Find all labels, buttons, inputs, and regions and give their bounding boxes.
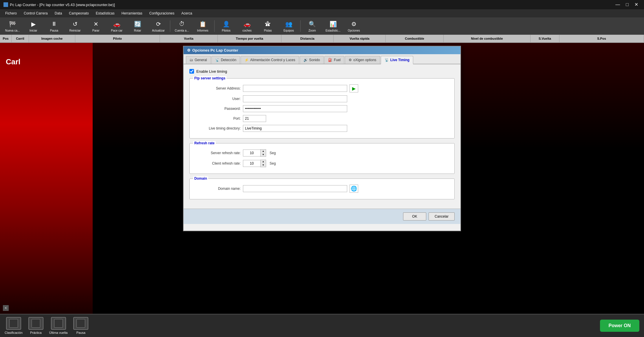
menu-acerca[interactable]: Acerca (178, 10, 195, 17)
domain-section: Domain Domain name: 🌐 (189, 178, 455, 199)
toolbar-cuenta-a-label: Cuenta a... (175, 29, 189, 32)
password-input[interactable] (243, 105, 347, 112)
tab-alimentacion[interactable]: ⚡ Alimentación Control y Luces (241, 56, 299, 64)
ftp-section: Ftp server settings Server Address: ▶ Us… (189, 78, 455, 139)
main-area: Carl < ⚙ Opciones Pc Lap Counter 🗂 Gener… (0, 43, 644, 314)
clasificacion-label: Clasificación (5, 331, 23, 334)
server-refresh-input[interactable] (243, 150, 260, 156)
sonido-icon: 🔊 (303, 58, 308, 62)
domain-section-inner: Domain name: 🌐 (194, 185, 450, 193)
practica-button[interactable] (28, 317, 43, 330)
menu-herramientas[interactable]: Herramientas (119, 10, 145, 17)
tab-bar: 🗂 General 📡 Detección ⚡ Alimentación Con… (184, 54, 460, 64)
pausa-bottom-button[interactable] (73, 317, 88, 330)
toolbar-opciones[interactable]: ⚙ Opciones (344, 19, 364, 34)
menu-data[interactable]: Data (52, 10, 65, 17)
toolbar-zoom[interactable]: 🔍 Zoom (302, 19, 322, 34)
server-address-go-button[interactable]: ▶ (350, 84, 358, 92)
toolbar-reiniciar-label: Reiniciar (69, 29, 81, 32)
toolbar-cuenta-a[interactable]: ⏱ Cuenta a... (172, 19, 192, 34)
enable-live-timing-label[interactable]: Enable Live timing (196, 69, 227, 74)
server-refresh-down[interactable]: ▼ (261, 153, 266, 156)
refresh-section-inner: Server refresh rate: ▲ ▼ Seg (194, 149, 450, 167)
toolbar-estadistic-label: Estadístic... (325, 29, 341, 32)
toolbar-actualizar[interactable]: ⟳ Actualizar (148, 19, 169, 34)
tab-oxigen[interactable]: ⚙ oXigen options (345, 56, 380, 64)
port-input[interactable] (243, 115, 266, 122)
toolbar-informes-label: Informes (197, 29, 208, 32)
options-dialog: ⚙ Opciones Pc Lap Counter 🗂 General 📡 De… (183, 46, 461, 231)
toolbar-coches[interactable]: 🚗 coches (237, 19, 257, 34)
domain-ie-button[interactable]: 🌐 (350, 185, 358, 193)
ultima-vuelta-button[interactable] (51, 317, 66, 330)
domain-name-input[interactable] (243, 185, 347, 192)
cancel-button[interactable]: Cancelar (429, 212, 455, 221)
toolbar-iniciar[interactable]: ▶ Iniciar (23, 19, 43, 34)
client-refresh-up[interactable]: ▲ (261, 160, 266, 163)
user-label: User: (194, 97, 241, 101)
tab-fuel[interactable]: ⛽ Fuel (324, 56, 344, 64)
toolbar-pilotos-label: Pilotos (222, 29, 230, 32)
server-refresh-label: Server refresh rate: (194, 151, 241, 155)
tab-general[interactable]: 🗂 General (186, 56, 211, 64)
ultima-vuelta-label: Última vuelta (49, 331, 68, 334)
col-carril: Carril (12, 35, 29, 42)
ftp-section-title: Ftp server settings (193, 76, 226, 80)
toolbar-equipos[interactable]: 👥 Equipos (279, 19, 299, 34)
port-label: Port: (194, 116, 241, 121)
enable-live-timing-row: Enable Live timing (189, 69, 455, 74)
reiniciar-icon: ↺ (71, 20, 79, 28)
client-refresh-input[interactable] (243, 160, 260, 167)
server-refresh-up[interactable]: ▲ (261, 150, 266, 153)
pausa-icon: ⏸ (50, 20, 58, 28)
menu-bar: Fichero Control Carrera Data Campeonato … (0, 9, 644, 17)
toolbar-separator (170, 20, 170, 32)
menu-campeonato[interactable]: Campeonato (66, 10, 92, 17)
client-refresh-down[interactable]: ▼ (261, 163, 266, 167)
enable-live-timing-checkbox[interactable] (189, 69, 194, 74)
tab-deteccion[interactable]: 📡 Detección (211, 56, 240, 64)
dialog-title-text: Opciones Pc Lap Counter (192, 48, 238, 52)
col-tiempo-por-vuelta: Tiempo por vuelta (218, 35, 281, 42)
toolbar-informes[interactable]: 📋 Informes (193, 19, 213, 34)
user-input[interactable] (243, 95, 347, 102)
fuel-icon: ⛽ (328, 58, 332, 62)
live-timing-dir-input[interactable] (243, 125, 347, 132)
toolbar-pilotos[interactable]: 👤 Pilotos (216, 19, 236, 34)
toolbar-separator2 (214, 20, 215, 32)
iniciar-icon: ▶ (29, 20, 37, 28)
menu-estadisticas[interactable]: Estadísticas (93, 10, 118, 17)
ok-button[interactable]: OK (403, 212, 426, 221)
ie-icon: 🌐 (351, 185, 357, 192)
toolbar-nueva-ca[interactable]: 🏁 Nueva ca... (2, 19, 23, 34)
col-vuelta: Vuelta (160, 35, 218, 42)
coches-icon: 🚗 (243, 20, 251, 28)
toolbar-estadistic[interactable]: 📊 Estadístic... (323, 19, 343, 34)
tab-live-timing[interactable]: 📡 Live Timing (381, 56, 413, 64)
menu-configuraciones[interactable]: Configuraciones (147, 10, 178, 17)
toolbar-rotar[interactable]: 🔄 Rotar (127, 19, 148, 34)
minimize-button[interactable]: — (613, 0, 622, 9)
close-button[interactable]: ✕ (632, 0, 641, 9)
server-address-input[interactable] (243, 85, 347, 92)
column-headers: Pos Carril Imagen coche Piloto Vuelta Ti… (0, 35, 644, 43)
bottom-bar: Clasificación Práctica Última vuelta Pau… (0, 314, 644, 337)
user-row: User: (194, 95, 450, 102)
domain-name-row: Domain name: 🌐 (194, 185, 450, 193)
maximize-button[interactable]: □ (623, 0, 631, 9)
toolbar-reiniciar[interactable]: ↺ Reiniciar (65, 19, 85, 34)
clasificacion-button[interactable] (6, 317, 21, 330)
toolbar-pace-car[interactable]: 🚗 Pace car (107, 19, 127, 34)
tab-sonido[interactable]: 🔊 Sonido (300, 56, 324, 64)
toolbar-pistas[interactable]: 🛣 Pistas (258, 19, 278, 34)
power-on-button[interactable]: Power ON (600, 320, 639, 332)
toolbar-pausa[interactable]: ⏸ Pausa (44, 19, 64, 34)
toolbar-parar[interactable]: ✕ Parar (86, 19, 106, 34)
menu-control-carrera[interactable]: Control Carrera (21, 10, 51, 17)
client-refresh-unit: Seg (270, 161, 276, 165)
server-address-row: Server Address: ▶ (194, 84, 450, 92)
actualizar-icon: ⟳ (154, 20, 162, 28)
dialog-title-icon: ⚙ (187, 48, 191, 52)
menu-fichero[interactable]: Fichero (2, 10, 20, 17)
domain-name-label: Domain name: (194, 187, 241, 191)
